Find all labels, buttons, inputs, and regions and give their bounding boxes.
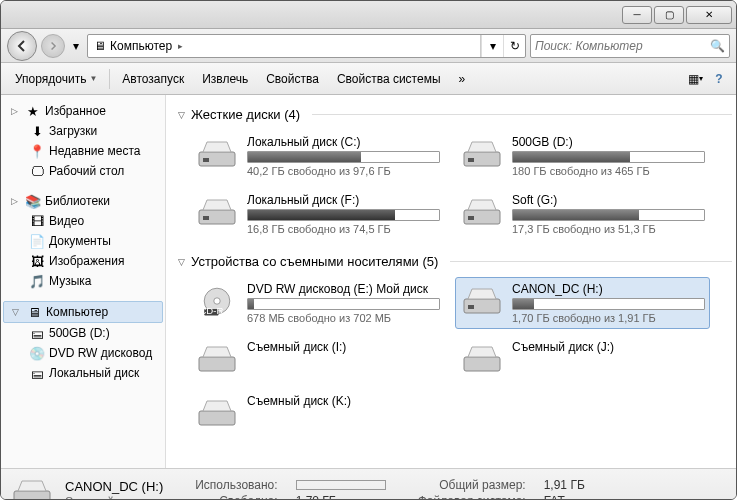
drive-item[interactable]: Soft (G:)17,3 ГБ свободно из 51,3 ГБ (455, 188, 710, 240)
content-pane[interactable]: ▽ Жесткие диски (4) Локальный диск (C:)4… (166, 95, 736, 468)
usage-bar (247, 209, 440, 221)
item-icon: 📄 (29, 233, 45, 249)
autoplay-button[interactable]: Автозапуск (114, 68, 192, 90)
drive-name: DVD RW дисковод (E:) Мой диск (247, 282, 440, 296)
usage-bar (512, 151, 705, 163)
svg-rect-19 (199, 357, 235, 371)
sidebar-item[interactable]: 🖴Локальный диск (1, 363, 165, 383)
properties-button[interactable]: Свойства (258, 68, 327, 90)
refresh-button[interactable]: ↻ (503, 35, 525, 57)
svg-rect-2 (203, 158, 209, 162)
drive-item[interactable]: CANON_DC (H:)1,70 ГБ свободно из 1,91 ГБ (455, 277, 710, 329)
status-subtitle: Съемный диск (65, 495, 163, 501)
drive-item[interactable]: CD-RDVD RW дисковод (E:) Мой диск678 МБ … (190, 277, 445, 329)
eject-button[interactable]: Извлечь (194, 68, 256, 90)
view-button[interactable]: ▦▾ (684, 68, 706, 90)
minimize-button[interactable]: ─ (622, 6, 652, 24)
title-bar: ─ ▢ ✕ (1, 1, 736, 29)
drive-name: Soft (G:) (512, 193, 705, 207)
drive-icon (460, 193, 504, 231)
svg-text:CD-R: CD-R (199, 305, 223, 316)
search-input[interactable] (535, 39, 710, 53)
sidebar-item[interactable]: 🖵Рабочий стол (1, 161, 165, 181)
sidebar-item[interactable]: 🖼Изображения (1, 251, 165, 271)
sidebar-item[interactable]: 💿DVD RW дисковод (1, 343, 165, 363)
svg-point-13 (214, 298, 220, 304)
drive-item[interactable]: Локальный диск (F:)16,8 ГБ свободно из 7… (190, 188, 445, 240)
computer-group[interactable]: ▽🖥Компьютер (3, 301, 163, 323)
drive-name: Локальный диск (F:) (247, 193, 440, 207)
filesystem-label: Файловая система: (418, 494, 526, 501)
svg-rect-25 (14, 491, 50, 501)
item-icon: 💿 (29, 345, 45, 361)
drive-item[interactable]: Съемный диск (K:) (190, 389, 445, 437)
used-bar (296, 480, 386, 490)
forward-button[interactable] (41, 34, 65, 58)
drive-icon (195, 135, 239, 173)
hdd-section-header[interactable]: ▽ Жесткие диски (4) (178, 107, 732, 122)
sidebar-item[interactable]: ⬇Загрузки (1, 121, 165, 141)
sidebar-item-label: 500GB (D:) (49, 326, 110, 340)
address-segment-computer[interactable]: 🖥 Компьютер ▸ (88, 35, 191, 57)
svg-marker-24 (203, 401, 231, 411)
item-icon: 🖵 (29, 163, 45, 179)
collapse-icon: ▽ (178, 257, 185, 267)
close-button[interactable]: ✕ (686, 6, 732, 24)
history-dropdown[interactable]: ▾ (69, 36, 83, 56)
svg-rect-23 (199, 411, 235, 425)
sidebar-item[interactable]: 🎵Музыка (1, 271, 165, 291)
drive-item[interactable]: Локальный диск (C:)40,2 ГБ свободно из 9… (190, 130, 445, 182)
sidebar-item-label: Локальный диск (49, 366, 139, 380)
libraries-group[interactable]: ▷📚Библиотеки (1, 191, 165, 211)
drive-item[interactable]: Съемный диск (I:) (190, 335, 445, 383)
sidebar-item[interactable]: 🎞Видео (1, 211, 165, 231)
total-value: 1,91 ГБ (544, 478, 585, 492)
drive-item[interactable]: 500GB (D:)180 ГБ свободно из 465 ГБ (455, 130, 710, 182)
drive-item[interactable]: Съемный диск (J:) (455, 335, 710, 383)
back-button[interactable] (7, 31, 37, 61)
removable-section-header[interactable]: ▽ Устройства со съемными носителями (5) (178, 254, 732, 269)
drive-icon (195, 340, 239, 378)
organize-button[interactable]: Упорядочить▼ (7, 68, 105, 90)
drive-icon (195, 193, 239, 231)
sidebar-item[interactable]: 📍Недавние места (1, 141, 165, 161)
drive-name: Локальный диск (C:) (247, 135, 440, 149)
usage-bar (512, 298, 705, 310)
item-icon: 🎞 (29, 213, 45, 229)
sidebar-item-label: Загрузки (49, 124, 97, 138)
search-box[interactable]: 🔍 (530, 34, 730, 58)
item-icon: 📍 (29, 143, 45, 159)
maximize-button[interactable]: ▢ (654, 6, 684, 24)
drive-name: Съемный диск (K:) (247, 394, 440, 408)
svg-marker-22 (468, 347, 496, 357)
sidebar-item[interactable]: 📄Документы (1, 231, 165, 251)
sidebar-item[interactable]: 🖴500GB (D:) (1, 323, 165, 343)
address-dropdown[interactable]: ▾ (481, 35, 503, 57)
toolbar-overflow[interactable]: » (451, 68, 474, 90)
total-label: Общий размер: (418, 478, 526, 492)
navigation-pane[interactable]: ▷★Избранное ⬇Загрузки📍Недавние места🖵Раб… (1, 95, 166, 468)
drive-icon (195, 394, 239, 432)
svg-marker-4 (468, 142, 496, 152)
drive-icon (11, 475, 53, 501)
svg-marker-20 (203, 347, 231, 357)
help-button[interactable]: ? (708, 68, 730, 90)
sidebar-item-label: Рабочий стол (49, 164, 124, 178)
sidebar-item-label: Музыка (49, 274, 91, 288)
svg-rect-8 (203, 216, 209, 220)
drive-name: Съемный диск (J:) (512, 340, 705, 354)
item-icon: ⬇ (29, 123, 45, 139)
sidebar-item-label: Недавние места (49, 144, 140, 158)
star-icon: ★ (25, 103, 41, 119)
drive-name: CANON_DC (H:) (512, 282, 705, 296)
address-bar[interactable]: 🖥 Компьютер ▸ ▾ ↻ (87, 34, 526, 58)
library-icon: 📚 (25, 193, 41, 209)
collapse-icon: ▽ (178, 110, 185, 120)
used-label: Использовано: (195, 478, 277, 492)
system-properties-button[interactable]: Свойства системы (329, 68, 449, 90)
usage-bar (512, 209, 705, 221)
item-icon: 🎵 (29, 273, 45, 289)
sidebar-item-label: Видео (49, 214, 84, 228)
favorites-group[interactable]: ▷★Избранное (1, 101, 165, 121)
computer-icon: 🖥 (26, 304, 42, 320)
